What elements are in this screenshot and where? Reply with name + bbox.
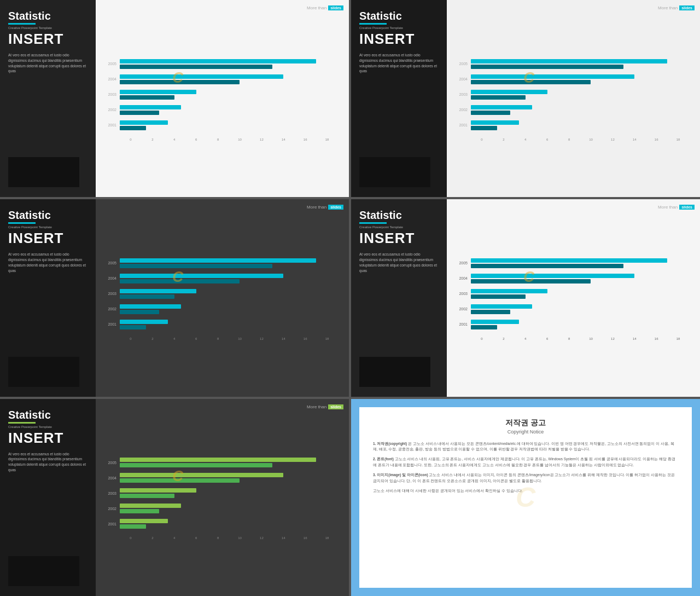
slide-4-subtitle-line	[359, 222, 387, 224]
chart-axis: 0 2 4 6 8 10 12 14 16 18	[120, 138, 338, 141]
badge-highlight: slides	[328, 404, 343, 409]
slide-1-subtitle-line	[8, 23, 36, 25]
slide-5-left: Statistic Creative Powerpoint Template I…	[0, 399, 96, 596]
slide-3-insert: INSERT	[8, 231, 88, 245]
slide-1: More than slides Statistic Creative Powe…	[0, 0, 349, 197]
slide-5-insert: INSERT	[8, 431, 88, 445]
slide-2-left: Statistic Creative Powerpoint Template I…	[351, 0, 447, 197]
slide-3-badge: More than slides	[307, 205, 343, 210]
slide-5-chart-container: 2005 2004 C 2003	[101, 413, 338, 585]
slide-3-title: Statistic	[8, 209, 88, 221]
slide-2-insert: INSERT	[359, 32, 439, 46]
slide-1-chart: 2005 2004 C 2003	[96, 0, 349, 197]
slide-6-copyright: 저작권 공고 Copyright Notice C 1. 저작권(copyrig…	[351, 399, 700, 596]
bar-teal	[120, 105, 181, 109]
slide-2-body: At vero eos et accusamus et iusto odio d…	[359, 53, 439, 74]
badge-prefix: More than	[658, 205, 678, 210]
copyright-section-3: 3. 이미지(image) 및 아이콘(icon) 고노소 서비스 내에서 사용…	[373, 472, 678, 484]
slide-2-badge: More than slides	[658, 5, 695, 10]
copyright-title-en: Copyright Notice	[373, 429, 678, 435]
slide-3-left: Statistic Creative Powerpoint Template I…	[0, 199, 96, 396]
slide-5: More than slides Statistic Creative Powe…	[0, 399, 349, 596]
chart-row-2001: 2001	[101, 120, 338, 130]
slide-3-chart: 2005 2004 C 2003	[96, 199, 349, 396]
slide-1-left: Statistic Creative Powerpoint Template I…	[0, 0, 96, 197]
copyright-title-kr: 저작권 공고	[373, 418, 678, 428]
slide-1-chart-container: 2005 2004 C 2003	[101, 14, 338, 186]
slide-1-badge: More than slides	[307, 5, 343, 10]
bar-dark	[120, 111, 159, 115]
copyright-content: 저작권 공고 Copyright Notice C 1. 저작권(copyrig…	[359, 407, 692, 588]
bar-dark	[120, 126, 146, 130]
slide-4-insert: INSERT	[359, 231, 439, 245]
slide-4-left: Statistic Creative Powerpoint Template I…	[351, 199, 447, 396]
slide-4-chart: 2005 2004 C 2003	[447, 199, 700, 396]
slide-3-body: At vero eos et accusamus et iusto odio d…	[8, 252, 88, 273]
chart-row-2004: 2004 C	[101, 74, 338, 84]
slide-2-subtitle-text: Creative Powerpoint Template	[359, 26, 439, 30]
chart-row-2003: 2003	[101, 90, 338, 100]
bar-teal	[120, 74, 283, 79]
chart-row-2002: 2002	[101, 105, 338, 115]
copyright-section-1: 1. 저작권(copyright) 은 고노소 서비스 내에서 사용되는 모든 …	[373, 441, 678, 453]
slide-3-subtitle-text: Creative Powerpoint Template	[8, 225, 88, 229]
slide-5-subtitle-text: Creative Powerpoint Template	[8, 425, 88, 429]
slide-2-subtitle-line	[359, 23, 387, 25]
bar-dark	[120, 95, 174, 100]
slide-5-black-box	[8, 556, 79, 586]
slide-4: More than slides Statistic Creative Powe…	[351, 199, 700, 396]
slide-4-body: At vero eos et accusamus et iusto odio d…	[359, 252, 439, 273]
badge-prefix: More than	[307, 5, 326, 10]
slide-2-title: Statistic	[359, 10, 439, 22]
badge-highlight: slides	[679, 205, 695, 210]
slide-4-black-box	[359, 357, 430, 387]
slide-1-title: Statistic	[8, 10, 88, 22]
slide-1-subtitle-text: Creative Powerpoint Template	[8, 26, 88, 30]
slide-4-badge: More than slides	[658, 205, 695, 210]
slide-3-black-box	[8, 357, 79, 387]
bar-teal	[120, 90, 196, 94]
slide-2: More than slides Statistic Creative Powe…	[351, 0, 700, 197]
badge-highlight: slides	[328, 5, 343, 10]
copyright-c-watermark: C	[516, 482, 535, 513]
badge-prefix: More than	[307, 404, 326, 409]
slide-2-chart-container: 2005 2004 C 2003	[452, 14, 689, 186]
slide-3-chart-container: 2005 2004 C 2003	[101, 213, 338, 385]
bar-teal	[120, 120, 168, 125]
slide-3-subtitle-line	[8, 222, 36, 224]
bar-teal	[120, 59, 316, 63]
slide-1-body: At vero eos et accusamus et iusto odio d…	[8, 53, 88, 74]
slide-4-title: Statistic	[359, 209, 439, 221]
bar-dark	[120, 80, 240, 84]
slide-1-black-box	[8, 157, 79, 187]
slide-5-badge: More than slides	[307, 404, 343, 409]
slide-3: More than slides Statistic Creative Powe…	[0, 199, 349, 396]
bar-dark	[120, 65, 272, 69]
badge-highlight: slides	[328, 205, 343, 210]
badge-prefix: More than	[307, 205, 326, 210]
slide-5-subtitle-line	[8, 422, 36, 424]
slide-2-chart: 2005 2004 C 2003	[447, 0, 700, 197]
slide-5-chart: 2005 2004 C 2003	[96, 399, 349, 596]
copyright-section-4: 고노소 서비스에 대해 더 사세한 사항은 공개되어 있는 서비스에서 확인하실…	[373, 488, 678, 494]
slide-4-subtitle-text: Creative Powerpoint Template	[359, 225, 439, 229]
copyright-section-2: 2. 폰트(font) 고노소 서비스 내의 사용된, 고유 폰트는, 서비스 …	[373, 456, 678, 468]
badge-highlight: slides	[679, 5, 695, 10]
slide-5-title: Statistic	[8, 409, 88, 421]
slide-5-body: At vero eos et accusamus et iusto odio d…	[8, 452, 88, 473]
chart-row-2005: 2005	[101, 59, 338, 69]
slide-2-black-box	[359, 157, 430, 187]
slide-1-insert: INSERT	[8, 32, 88, 46]
slide-4-chart-container: 2005 2004 C 2003	[452, 213, 689, 385]
badge-prefix: More than	[658, 5, 678, 10]
